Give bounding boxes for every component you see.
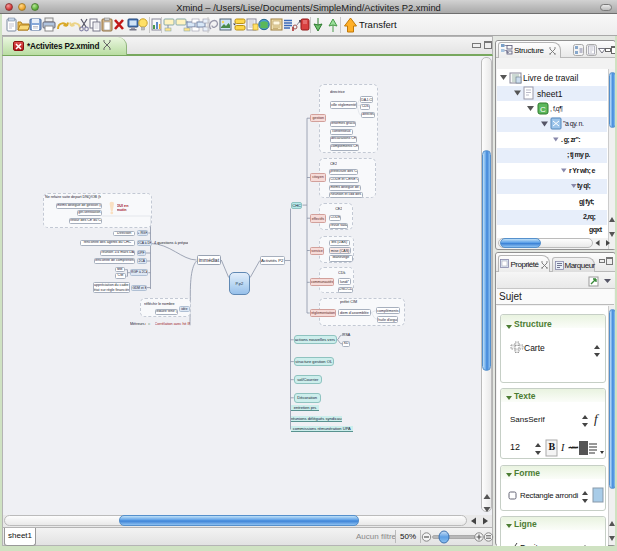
svg-text:C: C bbox=[540, 105, 546, 114]
